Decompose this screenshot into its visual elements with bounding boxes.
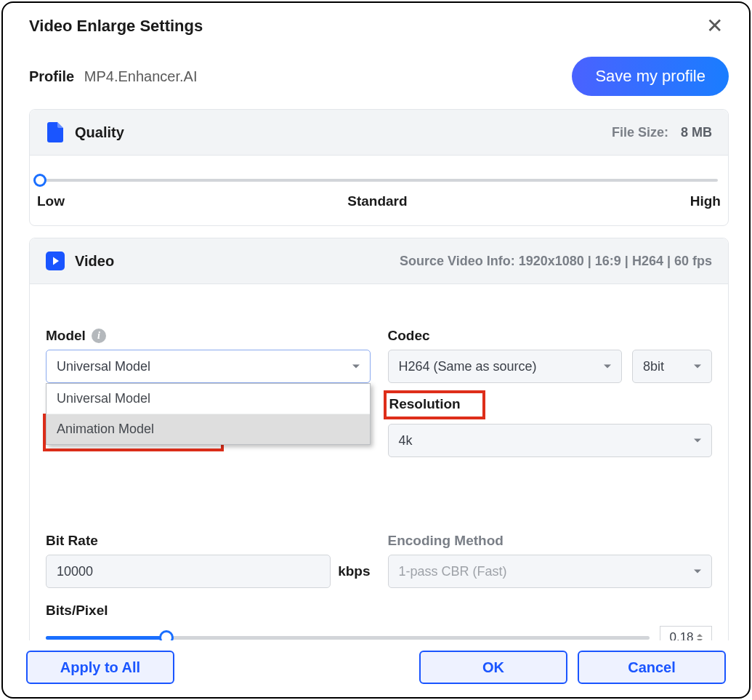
resolution-label: Resolution: [388, 395, 465, 414]
chevron-down-icon: [604, 365, 611, 369]
encoding-value: 1-pass CBR (Fast): [399, 564, 507, 579]
video-body: Model i Universal Model Universal Model …: [30, 284, 728, 640]
model-select[interactable]: Universal Model: [46, 350, 371, 383]
bits-pixel-value-input[interactable]: 0.18: [660, 626, 712, 640]
quality-label-low: Low: [37, 193, 65, 209]
resolution-value: 4k: [399, 433, 413, 448]
model-option-universal[interactable]: Universal Model: [47, 384, 370, 414]
codec-label: Codec: [388, 328, 713, 344]
bitrate-field: Bit Rate 10000 kbps: [46, 533, 371, 588]
bits-pixel-value: 0.18: [669, 630, 693, 640]
file-size-info: File Size: 8 MB: [612, 125, 712, 140]
source-video-info: Source Video Info: 1920x1080 | 16:9 | H2…: [400, 254, 712, 269]
quality-label-standard: Standard: [347, 193, 407, 209]
encoding-label: Encoding Method: [388, 533, 713, 549]
spinner-down-icon[interactable]: [697, 639, 703, 641]
dialog-title: Video Enlarge Settings: [29, 17, 203, 36]
video-settings-grid: Model i Universal Model Universal Model …: [46, 328, 712, 588]
chevron-down-icon: [352, 365, 360, 369]
bits-pixel-label: Bits/Pixel: [46, 603, 712, 619]
apply-to-all-button[interactable]: Apply to All: [26, 651, 174, 684]
model-label: Model i: [46, 328, 371, 344]
quality-header: Quality File Size: 8 MB: [30, 110, 728, 156]
dialog-header: Video Enlarge Settings ✕: [3, 3, 749, 44]
encoding-field: Encoding Method 1-pass CBR (Fast): [388, 533, 713, 588]
chevron-down-icon: [694, 365, 701, 369]
quality-title: Quality: [75, 124, 124, 141]
quality-slider[interactable]: [40, 179, 718, 182]
bits-pixel-spinner[interactable]: [697, 634, 703, 641]
chevron-down-icon: [694, 439, 701, 443]
quality-body: Low Standard High: [30, 156, 728, 225]
bitrate-label: Bit Rate: [46, 533, 371, 549]
model-option-animation[interactable]: Animation Model: [47, 414, 370, 444]
content-scroll-area[interactable]: Profile MP4.Enhancer.AI Save my profile …: [3, 44, 742, 640]
codec-select[interactable]: H264 (Same as source): [388, 350, 623, 383]
save-profile-button[interactable]: Save my profile: [572, 57, 729, 96]
model-dropdown: Universal Model Animation Model: [46, 383, 371, 445]
bitrate-unit: kbps: [338, 563, 370, 579]
bitrate-input[interactable]: 10000: [46, 555, 331, 588]
play-icon: [46, 250, 65, 272]
quality-slider-labels: Low Standard High: [37, 189, 721, 209]
ok-button[interactable]: OK: [419, 651, 567, 684]
profile-label: Profile: [29, 68, 74, 84]
bitdepth-value: 8bit: [643, 359, 664, 374]
spinner-up-icon[interactable]: [697, 634, 703, 637]
video-enlarge-dialog: Video Enlarge Settings ✕ Profile MP4.Enh…: [1, 1, 751, 699]
model-selected-value: Universal Model: [57, 359, 150, 374]
file-size-value: 8 MB: [681, 125, 712, 140]
model-field: Model i Universal Model Universal Model …: [46, 328, 371, 457]
video-header: Video Source Video Info: 1920x1080 | 16:…: [30, 238, 728, 284]
bitrate-value: 10000: [57, 564, 93, 579]
document-icon: [46, 121, 65, 143]
quality-slider-thumb[interactable]: [33, 174, 47, 187]
file-size-label: File Size:: [612, 125, 668, 140]
bitdepth-select[interactable]: 8bit: [632, 350, 712, 383]
profile-text: Profile MP4.Enhancer.AI: [29, 68, 197, 85]
resolution-select[interactable]: 4k: [388, 424, 713, 457]
quality-section: Quality File Size: 8 MB Low Standard Hig…: [29, 109, 729, 226]
quality-label-high: High: [690, 193, 721, 209]
info-icon[interactable]: i: [92, 329, 106, 343]
chevron-down-icon: [694, 570, 701, 574]
dialog-footer: Apply to All OK Cancel: [3, 640, 749, 697]
video-title: Video: [75, 253, 114, 270]
encoding-select[interactable]: 1-pass CBR (Fast): [388, 555, 713, 588]
bits-pixel-field: Bits/Pixel 0.18: [46, 603, 712, 640]
video-section: Video Source Video Info: 1920x1080 | 16:…: [29, 238, 729, 640]
cancel-button[interactable]: Cancel: [578, 651, 726, 684]
bits-pixel-slider[interactable]: [46, 636, 650, 640]
bits-pixel-thumb[interactable]: [159, 630, 174, 640]
codec-selected-value: H264 (Same as source): [399, 359, 537, 374]
profile-name: MP4.Enhancer.AI: [84, 68, 198, 84]
close-icon[interactable]: ✕: [702, 16, 727, 36]
profile-row: Profile MP4.Enhancer.AI Save my profile: [29, 44, 729, 109]
codec-field: Codec H264 (Same as source) 8bit: [388, 328, 713, 457]
bits-pixel-fill: [46, 636, 166, 640]
